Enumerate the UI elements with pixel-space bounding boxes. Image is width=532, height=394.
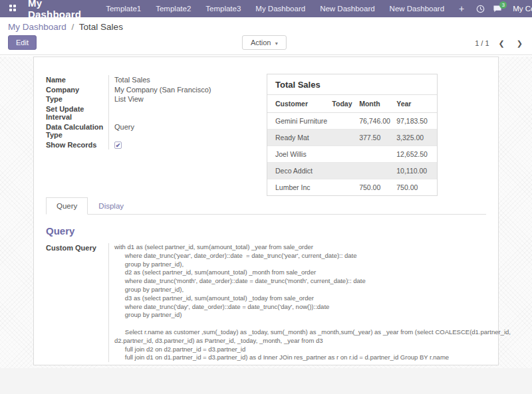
chevron-down-icon: ▾ (273, 41, 277, 47)
company-switcher[interactable]: My Company (Chicago) ▾ (506, 0, 532, 17)
custom-query-field: Custom Query with d1 as (select partner_… (46, 243, 486, 362)
column-header-year: Year (394, 95, 437, 113)
field-show-records: Show Records ✔ (46, 140, 267, 150)
column-header-month: Month (357, 95, 394, 113)
table-row: Lumber Inc 750.00 750.00 (267, 179, 437, 196)
table-row: Gemini Furniture 76,746.00 97,183.50 (267, 113, 437, 130)
form-sheet: Name Total Sales Company My Company (San… (33, 56, 499, 365)
total-sales-widget: Total Sales Customer Today Month Year Ge… (267, 74, 438, 196)
field-type: Type List View (46, 94, 267, 104)
field-label: Company (46, 85, 109, 95)
nav-menu: Template1 Template2 Template3 My Dashboa… (98, 0, 471, 17)
control-bar: Edit Action ▾ 1 / 1 ❮ ❯ (0, 32, 532, 55)
messages-icon[interactable]: 3 (489, 0, 506, 17)
show-records-checkbox[interactable]: ✔ (114, 142, 122, 149)
field-data-calculation-type: Data Calculation Type Query (46, 122, 267, 140)
table-header-row: Customer Today Month Year (267, 95, 437, 113)
page-footer-space (0, 368, 532, 394)
pager-next-icon[interactable]: ❯ (514, 38, 525, 49)
column-header-today: Today (330, 95, 357, 113)
field-set-update-interval: Set Update Interval (46, 104, 267, 122)
table-row: Joel Willis 12,652.50 (267, 146, 437, 163)
field-value: Total Sales (109, 75, 150, 85)
breadcrumb: My Dashboard / Total Sales (8, 22, 123, 32)
field-label: Name (46, 75, 109, 85)
custom-query-text: with d1 as (select partner_id, sum(amoun… (109, 243, 511, 362)
field-company: Company My Company (San Francisco) (46, 85, 267, 95)
messages-count-badge: 3 (499, 1, 507, 9)
field-label: Type (46, 94, 109, 104)
nav-item-new-dashboard-1[interactable]: New Dashboard (313, 0, 382, 17)
field-label: Show Records (46, 140, 109, 150)
pager-previous-icon[interactable]: ❮ (496, 38, 507, 49)
nav-item-new-dashboard-2[interactable]: New Dashboard (382, 0, 452, 17)
table-row: Ready Mat 377.50 3,325.00 (267, 130, 437, 146)
edit-button[interactable]: Edit (8, 35, 37, 50)
field-value: List View (109, 94, 144, 104)
custom-query-label: Custom Query (46, 243, 109, 362)
widget-title: Total Sales (267, 74, 437, 95)
nav-item-my-dashboard[interactable]: My Dashboard (248, 0, 313, 17)
tab-display[interactable]: Display (88, 197, 134, 215)
field-value (109, 104, 114, 106)
add-dashboard-button[interactable]: + (452, 0, 471, 17)
top-navbar: My Dashboard Template1 Template2 Templat… (0, 0, 532, 17)
breadcrumb-parent-link[interactable]: My Dashboard (8, 22, 66, 32)
breadcrumb-current: Total Sales (79, 22, 123, 32)
query-section-title: Query (46, 225, 486, 237)
notebook-tabs: Query Display (46, 197, 486, 215)
nav-item-template1[interactable]: Template1 (98, 0, 148, 17)
content-area: Name Total Sales Company My Company (San… (0, 56, 532, 368)
pager-count: 1 / 1 (475, 39, 489, 47)
field-value: Query (109, 122, 134, 132)
field-label: Set Update Interval (46, 104, 109, 122)
field-label: Data Calculation Type (46, 122, 109, 140)
apps-grid-icon[interactable] (9, 5, 16, 13)
sales-table: Customer Today Month Year Gemini Furnitu… (267, 95, 437, 195)
pager: 1 / 1 ❮ ❯ (475, 32, 525, 54)
action-dropdown-button[interactable]: Action ▾ (242, 35, 287, 50)
app-brand[interactable]: My Dashboard (28, 0, 81, 20)
record-fields: Name Total Sales Company My Company (San… (46, 75, 267, 196)
tab-query[interactable]: Query (46, 197, 88, 215)
table-row: Deco Addict 10,110.00 (267, 163, 437, 179)
nav-item-template2[interactable]: Template2 (148, 0, 198, 17)
field-name: Name Total Sales (46, 75, 267, 85)
activity-clock-icon[interactable] (471, 0, 489, 17)
column-header-customer: Customer (267, 95, 330, 113)
nav-item-template3[interactable]: Template3 (198, 0, 248, 17)
field-value: My Company (San Francisco) (109, 85, 211, 95)
breadcrumb-separator: / (72, 22, 74, 32)
